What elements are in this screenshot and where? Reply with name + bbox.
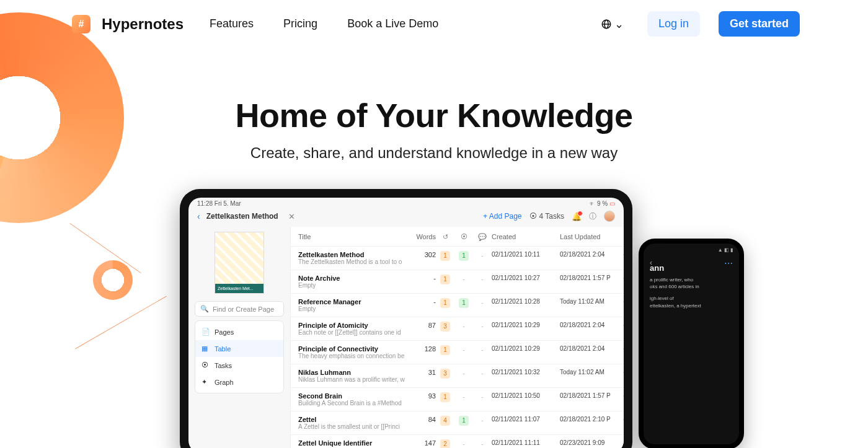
star-icon[interactable]: ☆ xyxy=(622,322,624,330)
phone-mock: ▲ ◧ ▮ ‹ ⋯ ann a prolific writer, who oks… xyxy=(639,239,744,448)
row-updated: Today 11:02 AM xyxy=(560,298,622,305)
col-comment-icon[interactable]: 💬 xyxy=(473,233,492,241)
row-words: 31 xyxy=(410,369,436,376)
row-words: 302 xyxy=(410,251,436,258)
row-words: 93 xyxy=(410,392,436,400)
notification-bell-icon[interactable]: 🔔 xyxy=(572,212,582,221)
search-input[interactable]: 🔍 Find or Create Page xyxy=(195,301,284,317)
doc-thumbnail[interactable]: Zettelkasten Met... xyxy=(215,232,264,294)
tasks-icon: ⦿ xyxy=(202,361,210,369)
doc-title: Zettelkasten Method xyxy=(206,212,278,221)
row-subtitle: A Zettel is the smallest unit or [[Princ… xyxy=(298,423,410,430)
page-table: Title Words ↺ ⦿ 💬 Created Last Updated Z… xyxy=(290,227,624,448)
row-subtitle: Each note or [[Zettel]] contains one id xyxy=(298,329,410,336)
sidebar-item-table[interactable]: ▦Table xyxy=(195,340,283,357)
table-row[interactable]: Reference ManagerEmpty - 1 1 - 02/11/202… xyxy=(291,294,624,317)
row-subtitle: Niklas Luhmann was a prolific writer, w xyxy=(298,376,410,383)
table-row[interactable]: Zettel Unique Identifier 147 2 - - 02/11… xyxy=(291,435,624,448)
phone-back-icon: ‹ xyxy=(650,258,652,267)
phone-line3: igh-level of xyxy=(650,295,733,302)
row-created: 02/11/2021 10:29 xyxy=(492,345,560,352)
row-words: 128 xyxy=(410,345,436,353)
info-icon[interactable]: ⓘ xyxy=(589,211,596,222)
star-icon[interactable]: ☆ xyxy=(622,416,624,424)
hero: Home of Your Knowledge Create, share, an… xyxy=(0,96,868,162)
back-icon[interactable]: ‹ xyxy=(197,211,200,221)
tablet-mock: 11:28 Fri 5. Mar ᯤ 9 % ▭ ‹ Zettelkasten … xyxy=(180,189,632,448)
hero-title: Home of Your Knowledge xyxy=(0,96,868,134)
row-words: 147 xyxy=(410,439,436,447)
sidebar-item-pages[interactable]: 📄Pages xyxy=(195,323,283,340)
star-icon[interactable]: ☆ xyxy=(622,369,624,377)
row-created: 02/11/2021 10:32 xyxy=(492,369,560,376)
avatar[interactable] xyxy=(604,211,615,222)
nav-demo[interactable]: Book a Live Demo xyxy=(347,17,438,30)
col-created[interactable]: Created xyxy=(492,233,560,241)
col-words[interactable]: Words xyxy=(410,233,436,241)
table-row[interactable]: Zettelkasten MethodThe Zettelkasten Meth… xyxy=(291,247,624,270)
row-subtitle: Empty xyxy=(298,282,410,289)
sidebar-menu: 📄Pages ▦Table ⦿Tasks ✦Graph xyxy=(195,320,284,393)
row-title: Niklas Luhmann xyxy=(298,369,410,376)
star-icon[interactable]: ☆ xyxy=(622,392,624,401)
row-title: Zettel Unique Identifier xyxy=(298,439,410,447)
star-icon[interactable]: ☆ xyxy=(622,345,624,354)
tablet-statusbar: 11:28 Fri 5. Mar ᯤ 9 % ▭ xyxy=(188,198,624,208)
col-reload-icon[interactable]: ↺ xyxy=(436,233,454,241)
login-button[interactable]: Log in xyxy=(647,11,700,37)
primary-nav: Features Pricing Book a Live Demo xyxy=(210,17,438,30)
col-check-icon[interactable]: ⦿ xyxy=(454,233,473,241)
get-started-button[interactable]: Get started xyxy=(719,11,800,37)
row-words: - xyxy=(410,298,436,305)
table-row[interactable]: ZettelA Zettel is the smallest unit or [… xyxy=(291,411,624,435)
table-row[interactable]: Second BrainBuilding A Second Brain is a… xyxy=(291,388,624,411)
tasks-indicator[interactable]: ⦿ 4 Tasks xyxy=(529,212,564,221)
col-updated[interactable]: Last Updated xyxy=(560,233,622,241)
row-title: Principle of Connectivity xyxy=(298,345,410,353)
row-title: Zettel xyxy=(298,416,410,423)
language-selector[interactable]: ⌄ xyxy=(601,17,624,31)
table-row[interactable]: Niklas LuhmannNiklas Luhmann was a proli… xyxy=(291,364,624,388)
row-subtitle: The heavy emphasis on connection be xyxy=(298,353,410,359)
thumb-label: Zettelkasten Met... xyxy=(215,284,264,293)
table-row[interactable]: Principle of AtomicityEach note or [[Zet… xyxy=(291,317,624,341)
logo-text[interactable]: Hypernotes xyxy=(102,15,184,33)
row-updated: 02/18/2021 2:04 xyxy=(560,251,622,258)
row-updated: 02/18/2021 2:10 P xyxy=(560,416,622,423)
nav-features[interactable]: Features xyxy=(210,17,254,30)
search-placeholder: Find or Create Page xyxy=(213,305,274,313)
table-row[interactable]: Principle of ConnectivityThe heavy empha… xyxy=(291,341,624,364)
star-icon[interactable]: ☆ xyxy=(622,439,624,448)
row-created: 02/11/2021 11:07 xyxy=(492,416,560,423)
globe-icon xyxy=(601,19,612,30)
star-icon[interactable]: ☆ xyxy=(622,275,624,283)
row-words: 84 xyxy=(410,416,436,423)
row-title: Zettelkasten Method xyxy=(298,251,410,258)
row-updated: 02/23/2021 9:09 xyxy=(560,439,622,446)
table-header: Title Words ↺ ⦿ 💬 Created Last Updated xyxy=(291,227,624,247)
row-created: 02/11/2021 11:11 xyxy=(492,439,560,446)
table-row[interactable]: Note ArchiveEmpty - 1 - - 02/11/2021 10:… xyxy=(291,270,624,294)
phone-status-icons: ▲ ◧ ▮ xyxy=(718,247,733,253)
row-title: Second Brain xyxy=(298,392,410,400)
row-created: 02/11/2021 10:29 xyxy=(492,322,560,328)
col-title[interactable]: Title xyxy=(298,233,410,241)
phone-more-icon: ⋯ xyxy=(724,258,733,268)
phone-line1: a prolific writer, who xyxy=(650,276,733,283)
nav-pricing[interactable]: Pricing xyxy=(283,17,317,30)
add-page-button[interactable]: + Add Page xyxy=(483,212,521,221)
star-icon[interactable]: ☆ xyxy=(622,251,624,260)
status-right: ᯤ 9 % ▭ xyxy=(590,200,615,207)
sidebar: Zettelkasten Met... 🔍 Find or Create Pag… xyxy=(188,227,290,448)
status-left: 11:28 Fri 5. Mar xyxy=(197,200,241,207)
close-icon[interactable]: ✕ xyxy=(288,212,295,221)
row-updated: Today 11:02 AM xyxy=(560,369,622,376)
star-icon[interactable]: ☆ xyxy=(622,298,624,307)
row-title: Principle of Atomicity xyxy=(298,322,410,329)
row-updated: 02/18/2021 1:57 P xyxy=(560,275,622,281)
sidebar-item-tasks[interactable]: ⦿Tasks xyxy=(195,357,283,374)
sidebar-item-graph[interactable]: ✦Graph xyxy=(195,374,283,390)
row-created: 02/11/2021 10:50 xyxy=(492,392,560,399)
row-subtitle: Building A Second Brain is a #Method xyxy=(298,400,410,406)
logo-mark[interactable]: # xyxy=(72,15,91,33)
